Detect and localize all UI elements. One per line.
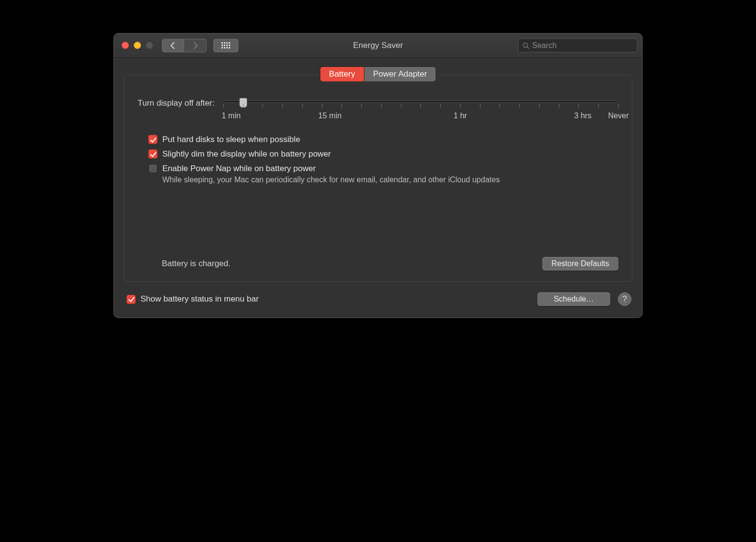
window-footer: Show battery status in menu bar Schedule… bbox=[124, 292, 632, 308]
panel-footer: Battery is charged. Restore Defaults bbox=[138, 257, 618, 271]
zoom-icon bbox=[146, 42, 153, 49]
slider-tick bbox=[480, 104, 480, 108]
source-tabs: Battery Power Adapter bbox=[124, 66, 632, 82]
forward-button bbox=[184, 39, 206, 52]
slider-tick bbox=[441, 104, 441, 108]
checkbox-dim-display[interactable] bbox=[148, 149, 158, 159]
slider-tick bbox=[460, 104, 460, 108]
chevron-right-icon bbox=[193, 42, 198, 49]
slider-tick bbox=[559, 104, 559, 108]
minimize-icon[interactable] bbox=[134, 42, 141, 49]
slider-tick bbox=[283, 104, 283, 108]
checkbox-hard-disks[interactable] bbox=[148, 135, 158, 144]
slider-tick bbox=[539, 104, 539, 108]
chevron-left-icon bbox=[171, 42, 175, 49]
slider-tick-label: 3 hrs bbox=[574, 112, 592, 120]
show-all-button[interactable] bbox=[213, 39, 238, 52]
slider-tick bbox=[618, 104, 619, 108]
titlebar: Energy Saver bbox=[114, 33, 642, 58]
battery-status: Battery is charged. bbox=[162, 259, 231, 269]
slider-track bbox=[223, 100, 618, 103]
option-dim-display-label: Slightly dim the display while on batter… bbox=[162, 149, 331, 159]
search-field[interactable] bbox=[518, 39, 637, 52]
slider-tick-label: 1 min bbox=[221, 112, 240, 120]
option-hard-disks[interactable]: Put hard disks to sleep when possible bbox=[148, 135, 618, 144]
search-input[interactable] bbox=[532, 41, 633, 50]
slider-tick bbox=[421, 104, 421, 108]
schedule-button[interactable]: Schedule… bbox=[537, 292, 610, 306]
help-button[interactable]: ? bbox=[618, 292, 631, 306]
options-list: Put hard disks to sleep when possible Sl… bbox=[148, 135, 618, 184]
prefs-window: Energy Saver Battery Power Adapter Turn … bbox=[113, 33, 643, 318]
slider-tick-label: 1 hr bbox=[454, 112, 467, 120]
question-icon: ? bbox=[622, 294, 627, 304]
nav-segment bbox=[162, 39, 206, 52]
display-sleep-slider[interactable]: 1 min15 min1 hr3 hrsNever bbox=[223, 98, 618, 121]
back-button[interactable] bbox=[162, 39, 184, 52]
close-icon[interactable] bbox=[122, 42, 129, 49]
slider-tick bbox=[362, 104, 362, 108]
option-dim-display[interactable]: Slightly dim the display while on batter… bbox=[148, 149, 618, 159]
traffic-lights bbox=[122, 42, 153, 49]
tab-battery[interactable]: Battery bbox=[320, 67, 364, 81]
settings-panel: Turn display off after: 1 min15 min1 hr3… bbox=[124, 75, 632, 282]
window-body: Battery Power Adapter Turn display off a… bbox=[114, 58, 642, 318]
slider-ticks bbox=[223, 104, 618, 110]
tab-power-adapter[interactable]: Power Adapter bbox=[364, 67, 436, 81]
slider-tick bbox=[520, 104, 520, 108]
display-sleep-label: Turn display off after: bbox=[138, 98, 215, 108]
checkbox-menubar-status[interactable] bbox=[126, 295, 136, 304]
footer-right: Schedule… ? bbox=[537, 292, 631, 306]
slider-tick bbox=[401, 104, 401, 108]
restore-defaults-button[interactable]: Restore Defaults bbox=[542, 257, 618, 271]
option-hard-disks-label: Put hard disks to sleep when possible bbox=[162, 135, 300, 144]
slider-tick bbox=[579, 104, 579, 108]
slider-tick bbox=[322, 104, 322, 108]
svg-line-1 bbox=[527, 47, 529, 48]
slider-tick bbox=[598, 104, 599, 108]
slider-tick-label: Never bbox=[608, 112, 629, 120]
menubar-status-label: Show battery status in menu bar bbox=[141, 294, 259, 304]
slider-tick bbox=[223, 104, 223, 108]
display-sleep-row: Turn display off after: 1 min15 min1 hr3… bbox=[138, 98, 618, 121]
power-nap-hint: While sleeping, your Mac can periodicall… bbox=[162, 175, 618, 184]
slider-tick bbox=[243, 104, 243, 108]
search-icon bbox=[522, 42, 529, 49]
slider-tick bbox=[500, 104, 500, 108]
slider-tick bbox=[302, 104, 302, 108]
option-power-nap[interactable]: Enable Power Nap while on battery power bbox=[148, 164, 618, 174]
slider-tick bbox=[381, 104, 381, 108]
slider-tick bbox=[342, 104, 342, 108]
grid-icon bbox=[221, 42, 230, 48]
slider-tick bbox=[263, 104, 263, 108]
slider-tick-labels: 1 min15 min1 hr3 hrsNever bbox=[223, 112, 618, 121]
checkbox-power-nap[interactable] bbox=[148, 164, 158, 173]
option-power-nap-label: Enable Power Nap while on battery power bbox=[162, 164, 316, 174]
footer-left: Show battery status in menu bar bbox=[126, 294, 259, 304]
slider-tick-label: 15 min bbox=[318, 112, 342, 120]
